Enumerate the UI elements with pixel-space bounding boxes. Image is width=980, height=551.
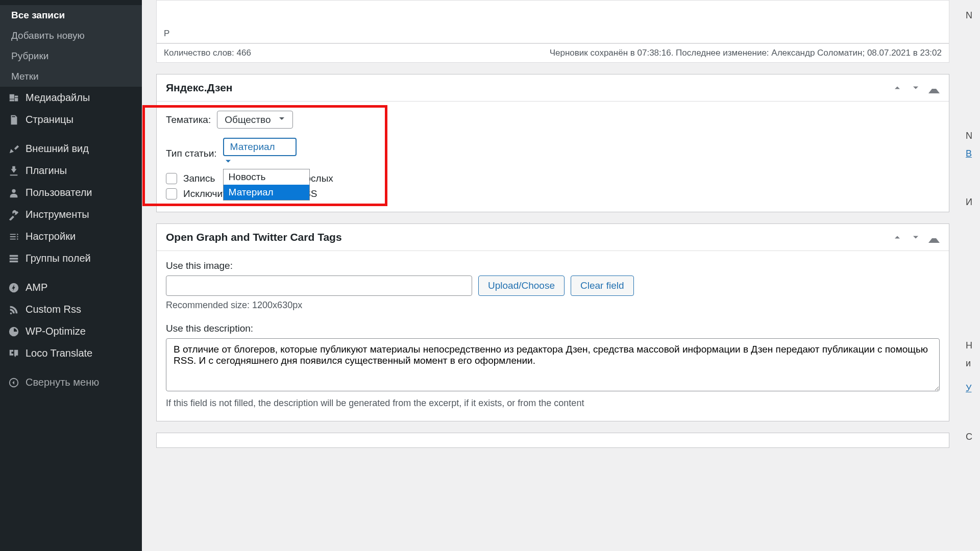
sidebar-item-appearance[interactable]: Внешний вид xyxy=(0,138,142,160)
sidebar-collapse-button[interactable]: Свернуть меню xyxy=(0,371,142,393)
sidebar-sub-add-new[interactable]: Добавить новую xyxy=(0,26,142,46)
sidebar-item-plugins[interactable]: Плагины xyxy=(0,160,142,182)
theme-label: Тематика: xyxy=(166,114,211,126)
article-type-label: Тип статьи: xyxy=(166,148,217,159)
users-icon xyxy=(8,187,19,198)
settings-icon xyxy=(8,231,19,242)
sidebar-item-field-groups[interactable]: Группы полей xyxy=(0,247,142,269)
panel-move-up-icon[interactable] xyxy=(892,232,903,243)
dropdown-option-material[interactable]: Материал xyxy=(224,185,309,200)
adult-content-checkbox[interactable] xyxy=(166,173,177,184)
tools-icon xyxy=(8,209,19,220)
panel-toggle-icon[interactable] xyxy=(928,82,940,93)
sidebar-item-pages[interactable]: Страницы xyxy=(0,109,142,131)
editor-element-path: P xyxy=(164,29,169,39)
og-desc-hint: If this field is not filled, the descrip… xyxy=(166,398,940,409)
panel-move-down-icon[interactable] xyxy=(910,82,921,93)
sidebar-item-loco-translate[interactable]: Loco Translate xyxy=(0,342,142,364)
next-panel-stub xyxy=(156,433,949,448)
optimize-icon xyxy=(8,326,19,337)
admin-sidebar: Все записи Добавить новую Рубрики Метки … xyxy=(0,0,142,551)
panel-toggle-icon[interactable] xyxy=(928,232,940,243)
og-image-label: Use this image: xyxy=(166,260,940,271)
clear-field-button[interactable]: Clear field xyxy=(571,276,634,296)
loco-icon xyxy=(8,348,19,359)
og-image-hint: Recommended size: 1200x630px xyxy=(166,300,940,311)
collapse-icon xyxy=(8,377,19,388)
yandex-zen-panel-header[interactable]: Яндекс.Дзен xyxy=(157,74,949,102)
article-type-dropdown: Новость Материал xyxy=(223,169,310,201)
right-sidebar-fragment: N N В И Н и У С xyxy=(964,0,980,551)
yandex-zen-panel: Яндекс.Дзен Тематика: Общество xyxy=(156,74,949,212)
editor-content-area[interactable] xyxy=(156,0,949,24)
exclude-rss-checkbox[interactable] xyxy=(166,188,177,199)
theme-select[interactable]: Общество xyxy=(217,111,293,129)
sidebar-sub-categories[interactable]: Рубрики xyxy=(0,46,142,66)
sidebar-item-settings[interactable]: Настройки xyxy=(0,226,142,247)
sidebar-sub-tags[interactable]: Метки xyxy=(0,66,142,87)
amp-icon xyxy=(8,282,19,293)
editor-status-bar: Количество слов: 466 Черновик сохранён в… xyxy=(156,43,949,63)
sidebar-item-tools[interactable]: Инструменты xyxy=(0,204,142,226)
dropdown-option-news[interactable]: Новость xyxy=(224,169,309,185)
save-status: Черновик сохранён в 07:38:16. Последнее … xyxy=(550,48,942,58)
sidebar-item-media[interactable]: Медиафайлы xyxy=(0,87,142,109)
panel-move-down-icon[interactable] xyxy=(910,232,921,243)
appearance-icon xyxy=(8,143,19,155)
open-graph-panel: Open Graph and Twitter Card Tags Use thi… xyxy=(156,223,949,421)
chevron-down-icon xyxy=(223,159,233,168)
pages-icon xyxy=(8,114,19,126)
fields-icon xyxy=(8,253,19,264)
editor-path-bar: P xyxy=(156,24,949,43)
sidebar-item-users[interactable]: Пользователи xyxy=(0,182,142,204)
article-type-select[interactable]: Материал xyxy=(223,138,297,156)
upload-choose-button[interactable]: Upload/Choose xyxy=(478,276,565,296)
og-desc-label: Use this description: xyxy=(166,323,940,334)
panel-title: Яндекс.Дзен xyxy=(166,82,233,94)
sidebar-item-wp-optimize[interactable]: WP-Optimize xyxy=(0,320,142,342)
word-count: Количество слов: 466 xyxy=(164,48,251,58)
og-desc-textarea[interactable]: В отличие от блогеров, которые публикуют… xyxy=(166,338,940,391)
panel-title: Open Graph and Twitter Card Tags xyxy=(166,231,342,243)
rss-icon xyxy=(8,304,19,315)
panel-move-up-icon[interactable] xyxy=(892,82,903,93)
sidebar-item-custom-rss[interactable]: Custom Rss xyxy=(0,298,142,320)
sidebar-item-amp[interactable]: AMP xyxy=(0,277,142,298)
plugins-icon xyxy=(8,165,19,177)
media-icon xyxy=(8,92,19,104)
sidebar-sub-all-posts[interactable]: Все записи xyxy=(0,5,142,26)
main-content: P Количество слов: 466 Черновик сохранён… xyxy=(142,0,964,551)
og-image-input[interactable] xyxy=(166,276,472,296)
open-graph-panel-header[interactable]: Open Graph and Twitter Card Tags xyxy=(157,224,949,251)
